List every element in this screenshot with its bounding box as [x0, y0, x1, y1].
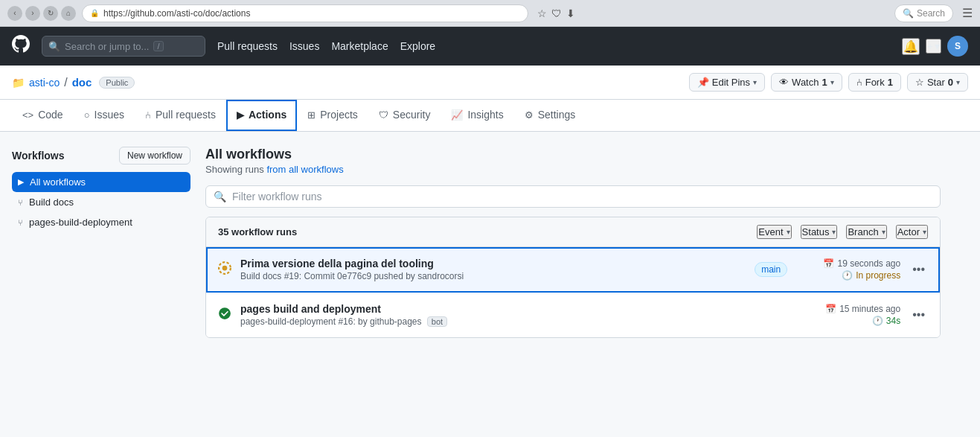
- filter-input[interactable]: [232, 191, 932, 202]
- shield-button[interactable]: 🛡: [551, 7, 562, 19]
- search-text: Search or jump to...: [65, 41, 149, 52]
- run-subtitle-2: pages-build-deployment #16: by github-pa…: [240, 316, 787, 327]
- breadcrumb: 📁 asti-co / doc Public: [12, 76, 135, 89]
- add-caret: ▾: [935, 40, 940, 52]
- global-search[interactable]: 🔍 Search or jump to... /: [42, 36, 205, 57]
- run-time-2: 📅 15 minutes ago: [825, 304, 900, 314]
- nav-explore[interactable]: Explore: [400, 40, 435, 52]
- run-title-1[interactable]: Prima versione della pagina del tooling: [240, 258, 740, 269]
- run-more-button-2[interactable]: •••: [909, 305, 928, 325]
- issues-icon: ○: [84, 109, 90, 121]
- nav-marketplace[interactable]: Marketplace: [331, 40, 388, 52]
- fork-label: Fork: [865, 77, 885, 88]
- svg-point-1: [222, 265, 228, 270]
- nav-issues[interactable]: Issues: [289, 40, 319, 52]
- sidebar-item-all-workflows[interactable]: ▶ All workflows: [12, 172, 190, 192]
- branch-filter-caret: ▾: [882, 228, 885, 236]
- filter-bar: 🔍: [205, 185, 941, 208]
- repo-visibility-badge: Public: [99, 77, 135, 89]
- main-content: All workflows Showing runs from all work…: [205, 147, 941, 338]
- sidebar-item-build-docs[interactable]: ⑂ Build docs: [12, 192, 190, 212]
- home-button[interactable]: ⌂: [61, 6, 76, 21]
- fork-button[interactable]: ⑃ Fork 1: [848, 73, 901, 92]
- star-icon: ☆: [915, 77, 924, 88]
- run-subtitle-badge-2: bot: [427, 316, 447, 327]
- run-title-2[interactable]: pages build and deployment: [240, 303, 787, 315]
- user-avatar[interactable]: S: [947, 36, 968, 57]
- run-time-text-2: 15 minutes ago: [839, 304, 900, 314]
- tab-actions[interactable]: ▶ Actions: [226, 100, 297, 131]
- tab-security[interactable]: 🛡 Security: [368, 100, 441, 131]
- tab-settings-label: Settings: [538, 109, 576, 121]
- runs-count: 35 workflow runs: [218, 226, 757, 237]
- bookmark-button[interactable]: ☆: [537, 7, 547, 19]
- run-item-1: Prima versione della pagina del tooling …: [206, 247, 940, 293]
- star-label: Star: [927, 77, 945, 88]
- run-info-2: pages build and deployment pages-build-d…: [240, 303, 787, 327]
- run-info-1: Prima versione della pagina del tooling …: [240, 258, 740, 281]
- actor-filter-caret: ▾: [923, 228, 926, 236]
- code-icon: <>: [22, 109, 33, 121]
- tab-settings[interactable]: ⚙ Settings: [514, 100, 586, 131]
- edit-pins-button[interactable]: 📌 Edit Pins ▾: [689, 73, 765, 92]
- browser-actions: ☆ 🛡 ⬇: [537, 7, 575, 19]
- status-filter-button[interactable]: Status ▾: [801, 225, 838, 239]
- search-slash: /: [153, 41, 163, 51]
- tab-issues[interactable]: ○ Issues: [74, 100, 135, 131]
- add-button[interactable]: + ▾: [926, 39, 941, 54]
- page-subtitle: Showing runs from all workflows: [205, 164, 941, 175]
- run-status-icon-2: [218, 307, 231, 324]
- repo-owner-link[interactable]: asti-co: [29, 77, 60, 89]
- event-filter-button[interactable]: Event ▾: [757, 225, 791, 239]
- tab-pull-requests[interactable]: ⑃ Pull requests: [135, 100, 226, 131]
- repo-name-link[interactable]: doc: [72, 76, 92, 89]
- star-count: 0: [948, 77, 953, 88]
- tab-projects[interactable]: ⊞ Projects: [297, 100, 368, 131]
- tab-insights[interactable]: 📈 Insights: [441, 100, 513, 131]
- github-header: 🔍 Search or jump to... / Pull requests I…: [0, 27, 980, 66]
- workflow-pages-icon: ⑂: [18, 218, 23, 227]
- run-branch-badge-1[interactable]: main: [755, 262, 787, 277]
- reload-button[interactable]: ↻: [43, 6, 58, 21]
- browser-search-bar[interactable]: 🔍 Search: [894, 4, 953, 22]
- tab-insights-label: Insights: [467, 109, 503, 121]
- download-button[interactable]: ⬇: [566, 7, 575, 19]
- clock-icon-2: 🕐: [872, 316, 883, 326]
- tab-code-label: Code: [38, 109, 63, 121]
- watch-button[interactable]: 👁 Watch 1 ▾: [771, 73, 842, 92]
- workflow-runs-table: 35 workflow runs Event ▾ Status ▾ Branch…: [205, 217, 941, 338]
- sidebar-all-workflows-label: All workflows: [30, 176, 86, 188]
- header-right: 🔔 + ▾ S: [902, 36, 968, 57]
- url-text: https://github.com/asti-co/doc/actions: [103, 8, 250, 19]
- workflow-build-icon: ⑂: [18, 198, 23, 207]
- branch-filter-button[interactable]: Branch ▾: [846, 225, 886, 239]
- event-filter-caret: ▾: [787, 228, 790, 236]
- edit-pins-caret: ▾: [753, 78, 757, 86]
- new-workflow-button[interactable]: New workflow: [119, 147, 190, 165]
- run-subtitle-text-1: Build docs #19: Commit 0e776c9 pushed by…: [240, 271, 464, 281]
- star-button[interactable]: ☆ Star 0 ▾: [907, 73, 968, 92]
- nav-pull-requests[interactable]: Pull requests: [217, 40, 278, 52]
- run-subtitle-text-2: pages-build-deployment #16: by github-pa…: [240, 316, 422, 327]
- edit-pins-label: Edit Pins: [712, 77, 750, 88]
- sidebar-build-docs-label: Build docs: [29, 197, 74, 208]
- actor-filter-button[interactable]: Actor ▾: [896, 225, 928, 239]
- run-meta-1: 📅 19 seconds ago 🕐 In progress: [796, 258, 900, 281]
- event-filter-label: Event: [758, 226, 783, 237]
- forward-button[interactable]: ›: [25, 6, 40, 21]
- insights-icon: 📈: [451, 109, 463, 121]
- run-time-text-1: 19 seconds ago: [837, 258, 900, 269]
- notifications-button[interactable]: 🔔: [902, 38, 920, 55]
- repo-tabs: <> Code ○ Issues ⑃ Pull requests ▶ Actio…: [0, 100, 980, 132]
- run-more-button-1[interactable]: •••: [909, 260, 928, 279]
- workflow-icon: ▶: [18, 177, 24, 187]
- subtitle-link[interactable]: from all workflows: [266, 164, 343, 175]
- address-bar[interactable]: 🔒 https://github.com/asti-co/doc/actions: [82, 4, 528, 22]
- tab-code[interactable]: <> Code: [12, 100, 74, 131]
- repo-icon: 📁: [12, 77, 25, 89]
- search-label: Search: [917, 8, 945, 19]
- sidebar-item-pages-deployment[interactable]: ⑂ pages-build-deployment: [12, 212, 190, 232]
- browser-nav-buttons: ‹ › ↻ ⌂: [7, 6, 76, 21]
- github-logo[interactable]: [12, 35, 30, 57]
- back-button[interactable]: ‹: [7, 6, 22, 21]
